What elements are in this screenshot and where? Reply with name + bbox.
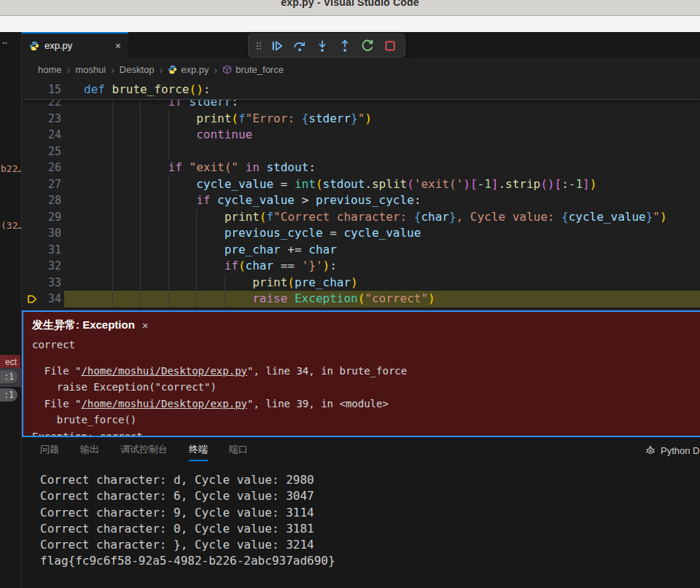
panel-tab-active[interactable]: 终端 — [189, 443, 208, 461]
traceback-line: raise Exception("correct") — [32, 379, 700, 396]
traceback-text: ", line 34, in brute_force — [247, 365, 407, 377]
sidebar-truncated-text: .. — [2, 35, 7, 46]
traceback-file-link[interactable]: /home/moshui/Desktop/exp.py — [81, 365, 247, 377]
bottom-panel: 问题输出调试控制台终端端口 Python D Correct character… — [22, 437, 700, 588]
sticky-code-line-15[interactable]: 15def brute_force(): — [22, 82, 210, 98]
tab-exp-py[interactable]: exp.py × — [22, 32, 128, 58]
callstack-line-badge[interactable]: :1 — [0, 370, 18, 383]
indent-guide — [140, 144, 141, 160]
debug-restart-icon[interactable] — [359, 37, 376, 55]
panel-tab-inactive[interactable]: 调试控制台 — [120, 443, 168, 461]
breadcrumb-item-file[interactable]: exp.py — [168, 64, 209, 75]
code-editor[interactable]: 22 if stderr:23 print(f"Error: {stderr}"… — [22, 82, 700, 310]
code-line-30[interactable]: 30 previous_cycle = cycle_value — [22, 225, 700, 242]
terminal-line: flag{fc9c6f58-92a5-4982-b226-2abc937ad69… — [40, 553, 700, 569]
code-lines: 22 if stderr:23 print(f"Error: {stderr}"… — [22, 94, 700, 307]
traceback-text: brute_force() — [32, 414, 136, 426]
sticky-scroll-line[interactable]: 15def brute_force(): — [22, 82, 700, 100]
sidebar-variable-value[interactable]: (32… — [1, 220, 22, 231]
indent-guide — [140, 242, 141, 259]
line-number: 23 — [22, 111, 61, 128]
code-line-28[interactable]: 28 if cycle_value > previous_cycle: — [22, 192, 700, 209]
exception-traceback: correct File "/home/moshui/Desktop/exp.p… — [32, 337, 700, 437]
toolbar-drag-handle-icon[interactable] — [254, 37, 263, 55]
debug-sidebar: .. b22… (32… ect :1 :1 — [0, 32, 22, 588]
python-icon — [29, 41, 39, 51]
breadcrumb-separator: › — [111, 64, 114, 76]
indent-guide — [140, 275, 141, 291]
code-line-27[interactable]: 27 cycle_value = int(stdout.split('exit(… — [22, 176, 700, 193]
indent-guide — [225, 275, 225, 291]
line-number: 26 — [22, 160, 61, 176]
panel-tab-inactive[interactable]: 输出 — [80, 443, 99, 461]
code-text: print(f"Error: {stderr}") — [84, 111, 700, 128]
code-line-24[interactable]: 24 continue — [22, 127, 700, 144]
os-titlebar-lower — [0, 16, 700, 32]
breadcrumb-separator: › — [67, 64, 71, 76]
traceback-text: File " — [32, 398, 81, 409]
breadcrumb-separator: › — [214, 64, 217, 76]
debug-console-label: Python D — [661, 445, 699, 456]
terminal-line: Correct character: 6, Cycle value: 3047 — [40, 488, 700, 504]
panel-debug-console-selector[interactable]: Python D — [645, 444, 699, 456]
code-text: if cycle_value > previous_cycle: — [84, 192, 700, 209]
indent-guide — [112, 192, 113, 209]
terminal-output[interactable]: Correct character: d, Cycle value: 2980C… — [40, 472, 700, 570]
callstack-line-badge[interactable]: :1 — [0, 388, 18, 401]
line-number: 30 — [22, 225, 61, 242]
code-text: print(f"Correct character: {char}, Cycle… — [84, 209, 700, 226]
breadcrumb-item-symbol[interactable]: brute_force — [222, 64, 284, 75]
traceback-line: File "/home/moshui/Desktop/exp.py", line… — [32, 396, 700, 412]
sidebar-variable-value[interactable]: b22… — [1, 163, 22, 174]
traceback-text: File " — [32, 365, 81, 377]
code-line-25[interactable]: 25 — [22, 144, 700, 160]
terminal-line: Correct character: 9, Cycle value: 3114 — [40, 505, 700, 521]
breadcrumb-symbol-label: brute_force — [236, 64, 284, 75]
bug-icon — [645, 444, 656, 456]
breadcrumb-item-desktop[interactable]: Desktop — [120, 64, 155, 75]
indent-guide — [168, 291, 169, 307]
terminal-line: Correct character: 0, Cycle value: 3181 — [40, 521, 700, 537]
code-line-23[interactable]: 23 print(f"Error: {stderr}") — [22, 111, 700, 128]
code-line-32[interactable]: 32 if(char == '}'): — [22, 258, 700, 275]
code-line-29[interactable]: 29 print(f"Correct character: {char}, Cy… — [22, 209, 700, 226]
editor-region: exp.py × — [22, 32, 700, 437]
indent-guide — [112, 291, 113, 307]
traceback-file-link[interactable]: /home/moshui/Desktop/exp.py — [81, 398, 247, 409]
indent-guide — [112, 258, 113, 275]
debug-continue-icon[interactable] — [268, 37, 286, 55]
traceback-text: ", line 39, in <module> — [247, 398, 389, 409]
code-line-33[interactable]: 33 print(pre_char) — [22, 275, 700, 291]
traceback-line: correct — [32, 337, 700, 353]
screen: exp.py - Visual Studio Code .. b22… (32…… — [0, 0, 700, 588]
panel-tab-inactive[interactable]: 问题 — [40, 443, 59, 461]
code-text: pre_char += char — [84, 242, 700, 259]
debug-step-out-icon[interactable] — [336, 37, 354, 55]
code-line-26[interactable]: 26 if "exit(" in stdout: — [22, 160, 700, 176]
traceback-line: Exception: correct — [32, 428, 700, 438]
panel-tab-inactive[interactable]: 端口 — [229, 443, 248, 461]
line-number: 15 — [22, 82, 61, 98]
indent-guide — [112, 209, 113, 226]
tab-close-icon[interactable]: × — [115, 41, 121, 51]
debug-step-into-icon[interactable] — [314, 37, 331, 55]
exception-badge: ect — [0, 355, 20, 369]
code-line-31[interactable]: 31 pre_char += char — [22, 242, 700, 259]
exception-widget: 发生异常: Exception × correct File "/home/mo… — [22, 310, 700, 437]
code-text: cycle_value = int(stdout.split('exit(')[… — [84, 176, 700, 193]
traceback-line: brute_force() — [32, 412, 700, 428]
line-number: 28 — [22, 192, 61, 209]
debug-stop-icon[interactable] — [381, 37, 399, 55]
code-text: print(pre_char) — [84, 275, 700, 291]
breadcrumb-item-home[interactable]: home — [38, 64, 62, 75]
indent-guide — [140, 160, 141, 176]
code-line-34[interactable]: 34 raise Exception("correct") — [22, 291, 700, 307]
breadcrumb-item-moshui[interactable]: moshui — [75, 64, 106, 75]
indent-guide — [140, 209, 141, 226]
line-number: 24 — [22, 127, 61, 144]
exception-close-icon[interactable]: × — [142, 319, 149, 332]
indent-guide — [140, 111, 141, 128]
indent-guide — [196, 291, 197, 307]
debug-step-over-icon[interactable] — [291, 37, 308, 55]
line-number: 33 — [22, 275, 61, 291]
